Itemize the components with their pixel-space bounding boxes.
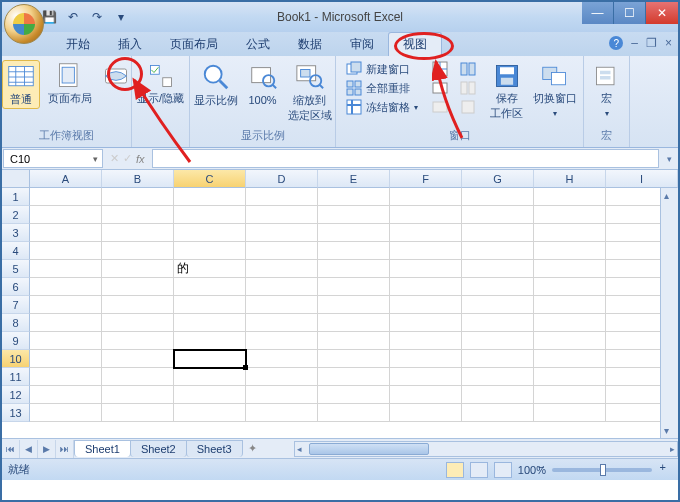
cell-B9[interactable] — [102, 332, 174, 350]
cell-D9[interactable] — [246, 332, 318, 350]
cell-A2[interactable] — [30, 206, 102, 224]
cell-G13[interactable] — [462, 404, 534, 422]
cell-D7[interactable] — [246, 296, 318, 314]
doc-minimize-icon[interactable]: – — [631, 36, 638, 50]
side-by-side-button[interactable] — [458, 60, 478, 78]
view-page-break-status[interactable] — [494, 462, 512, 478]
enter-formula-icon[interactable]: ✓ — [123, 152, 132, 165]
row-header-10[interactable]: 10 — [2, 350, 30, 368]
cell-B6[interactable] — [102, 278, 174, 296]
cell-H10[interactable] — [534, 350, 606, 368]
cell-C12[interactable] — [174, 386, 246, 404]
zoom-button[interactable]: 显示比例 — [192, 60, 240, 109]
row-header-7[interactable]: 7 — [2, 296, 30, 314]
cell-A9[interactable] — [30, 332, 102, 350]
cell-E6[interactable] — [318, 278, 390, 296]
qat-customize[interactable]: ▾ — [112, 8, 130, 26]
cell-G9[interactable] — [462, 332, 534, 350]
cell-B12[interactable] — [102, 386, 174, 404]
sheet-tab-3[interactable]: Sheet3 — [186, 440, 243, 457]
cell-E7[interactable] — [318, 296, 390, 314]
zoom-100-button[interactable]: 100% — [246, 60, 280, 109]
reset-pos-button[interactable] — [458, 98, 478, 116]
cell-A8[interactable] — [30, 314, 102, 332]
cell-D13[interactable] — [246, 404, 318, 422]
cell-B7[interactable] — [102, 296, 174, 314]
view-page-layout-status[interactable] — [470, 462, 488, 478]
close-button[interactable]: ✕ — [646, 2, 678, 24]
split-button[interactable] — [430, 60, 450, 78]
cell-H1[interactable] — [534, 188, 606, 206]
row-header-2[interactable]: 2 — [2, 206, 30, 224]
cell-F1[interactable] — [390, 188, 462, 206]
show-hide-button[interactable]: 显示/隐藏 — [135, 60, 186, 107]
cell-D2[interactable] — [246, 206, 318, 224]
tab-formulas[interactable]: 公式 — [232, 33, 284, 56]
cell-H13[interactable] — [534, 404, 606, 422]
cell-H9[interactable] — [534, 332, 606, 350]
cell-D3[interactable] — [246, 224, 318, 242]
cell-C10[interactable] — [174, 350, 246, 368]
qat-undo[interactable]: ↶ — [64, 8, 82, 26]
cell-A4[interactable] — [30, 242, 102, 260]
cell-G8[interactable] — [462, 314, 534, 332]
new-window-button[interactable]: 新建窗口 — [344, 60, 420, 78]
view-page-layout[interactable]: 页面布局 — [46, 60, 94, 107]
cell-E8[interactable] — [318, 314, 390, 332]
sheet-tab-2[interactable]: Sheet2 — [130, 440, 187, 457]
cell-D4[interactable] — [246, 242, 318, 260]
cell-H7[interactable] — [534, 296, 606, 314]
cell-E9[interactable] — [318, 332, 390, 350]
tab-review[interactable]: 审阅 — [336, 33, 388, 56]
cell-H11[interactable] — [534, 368, 606, 386]
col-header-B[interactable]: B — [102, 170, 174, 188]
cell-C11[interactable] — [174, 368, 246, 386]
row-header-1[interactable]: 1 — [2, 188, 30, 206]
macros-button[interactable]: 宏 ▾ — [591, 60, 623, 122]
cell-E11[interactable] — [318, 368, 390, 386]
tab-data[interactable]: 数据 — [284, 33, 336, 56]
cancel-formula-icon[interactable]: ✕ — [110, 152, 119, 165]
cell-D10[interactable] — [246, 350, 318, 368]
unhide-button[interactable] — [430, 98, 450, 116]
cell-E4[interactable] — [318, 242, 390, 260]
sheet-tab-1[interactable]: Sheet1 — [74, 440, 131, 457]
cell-G10[interactable] — [462, 350, 534, 368]
cell-G3[interactable] — [462, 224, 534, 242]
fx-icon[interactable]: fx — [136, 153, 145, 165]
cell-C9[interactable] — [174, 332, 246, 350]
qat-redo[interactable]: ↷ — [88, 8, 106, 26]
cell-C7[interactable] — [174, 296, 246, 314]
cell-F8[interactable] — [390, 314, 462, 332]
cell-E10[interactable] — [318, 350, 390, 368]
name-box[interactable]: C10 — [3, 149, 103, 168]
cell-D1[interactable] — [246, 188, 318, 206]
cell-G6[interactable] — [462, 278, 534, 296]
col-header-A[interactable]: A — [30, 170, 102, 188]
cell-H5[interactable] — [534, 260, 606, 278]
cell-A13[interactable] — [30, 404, 102, 422]
cell-H3[interactable] — [534, 224, 606, 242]
cell-F9[interactable] — [390, 332, 462, 350]
view-normal-status[interactable] — [446, 462, 464, 478]
minimize-button[interactable]: — — [582, 2, 614, 24]
row-header-11[interactable]: 11 — [2, 368, 30, 386]
cell-D11[interactable] — [246, 368, 318, 386]
row-header-12[interactable]: 12 — [2, 386, 30, 404]
view-normal[interactable]: 普通 — [2, 60, 40, 109]
tab-view[interactable]: 视图 — [388, 32, 442, 56]
cell-D5[interactable] — [246, 260, 318, 278]
cell-A1[interactable] — [30, 188, 102, 206]
cell-F5[interactable] — [390, 260, 462, 278]
col-header-C[interactable]: C — [174, 170, 246, 188]
arrange-all-button[interactable]: 全部重排 — [344, 79, 420, 97]
cell-H8[interactable] — [534, 314, 606, 332]
maximize-button[interactable]: ☐ — [614, 2, 646, 24]
cell-B10[interactable] — [102, 350, 174, 368]
cell-E3[interactable] — [318, 224, 390, 242]
cell-C6[interactable] — [174, 278, 246, 296]
row-header-5[interactable]: 5 — [2, 260, 30, 278]
cell-E5[interactable] — [318, 260, 390, 278]
cell-C13[interactable] — [174, 404, 246, 422]
cell-A7[interactable] — [30, 296, 102, 314]
